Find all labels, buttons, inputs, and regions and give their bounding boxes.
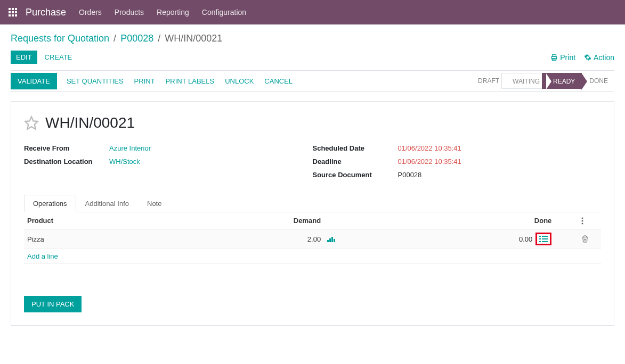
breadcrumb-parent[interactable]: P00028 xyxy=(120,33,153,44)
svg-rect-16 xyxy=(327,240,329,242)
print-button[interactable]: PRINT xyxy=(134,77,155,85)
put-in-pack-button[interactable]: PUT IN PACK xyxy=(24,296,82,312)
svg-point-14 xyxy=(581,220,583,221)
svg-rect-5 xyxy=(15,11,17,13)
print-action[interactable]: Print xyxy=(550,53,575,62)
destination-label: Destination Location xyxy=(24,158,109,166)
svg-rect-17 xyxy=(329,238,331,242)
svg-rect-1 xyxy=(12,8,14,10)
cell-done: 0.00 xyxy=(519,235,532,243)
svg-rect-4 xyxy=(12,11,14,13)
cell-product: Pizza xyxy=(24,229,266,249)
unlock-button[interactable]: UNLOCK xyxy=(225,77,254,85)
svg-rect-19 xyxy=(334,239,335,242)
deadline-value: 01/06/2022 10:35:41 xyxy=(398,158,461,166)
stage-draft[interactable]: DRAFT xyxy=(472,73,506,89)
table-row[interactable]: Pizza 2.00 0.00 xyxy=(24,229,601,249)
nav-reporting[interactable]: Reporting xyxy=(157,8,189,16)
delete-row-icon[interactable] xyxy=(581,235,598,243)
cancel-button[interactable]: CANCEL xyxy=(264,77,293,85)
col-done: Done xyxy=(347,212,555,229)
svg-marker-12 xyxy=(25,117,37,129)
create-button[interactable]: CREATE xyxy=(39,51,78,64)
nav-configuration[interactable]: Configuration xyxy=(202,8,246,16)
svg-rect-8 xyxy=(15,14,17,16)
deadline-label: Deadline xyxy=(313,158,398,166)
col-demand: Demand xyxy=(266,212,324,229)
svg-rect-6 xyxy=(9,14,11,16)
set-quantities-button[interactable]: SET QUANTITIES xyxy=(67,77,124,85)
svg-rect-18 xyxy=(331,237,333,242)
nav-products[interactable]: Products xyxy=(115,8,144,16)
tab-operations[interactable]: Operations xyxy=(24,195,76,212)
page-title: WH/IN/00021 xyxy=(45,114,135,131)
print-labels-button[interactable]: PRINT LABELS xyxy=(166,77,215,85)
tab-additional-info[interactable]: Additional Info xyxy=(76,195,138,212)
breadcrumb-separator: / xyxy=(158,33,160,44)
nav-orders[interactable]: Orders xyxy=(79,8,102,16)
svg-point-15 xyxy=(581,222,583,224)
scheduled-date-value: 01/06/2022 10:35:41 xyxy=(398,144,461,152)
action-row: EDIT CREATE Print Action xyxy=(11,51,614,64)
breadcrumb-separator: / xyxy=(113,33,116,44)
tabs: Operations Additional Info Note xyxy=(24,195,601,212)
app-brand[interactable]: Purchase xyxy=(26,7,66,18)
svg-rect-0 xyxy=(9,8,11,10)
action-dropdown[interactable]: Action xyxy=(584,53,614,62)
operations-table: Product Demand Done Pizza 2.00 xyxy=(24,212,601,264)
validate-button[interactable]: VALIDATE xyxy=(11,73,57,89)
scheduled-date-label: Scheduled Date xyxy=(313,144,398,152)
svg-point-13 xyxy=(581,217,583,219)
favorite-star-icon[interactable] xyxy=(24,115,39,130)
breadcrumb: Requests for Quotation / P00028 / WH/IN/… xyxy=(11,33,614,44)
cell-demand: 2.00 xyxy=(266,229,324,249)
source-document-value: P00028 xyxy=(398,171,422,179)
status-bar: VALIDATE SET QUANTITIES PRINT PRINT LABE… xyxy=(11,70,614,92)
breadcrumb-root[interactable]: Requests for Quotation xyxy=(11,33,109,44)
add-line-button[interactable]: Add a line xyxy=(24,249,601,264)
receive-from-label: Receive From xyxy=(24,144,109,152)
column-options-icon[interactable] xyxy=(581,217,598,225)
breadcrumb-current: WH/IN/00021 xyxy=(165,33,222,44)
apps-icon[interactable] xyxy=(9,8,17,16)
gear-icon xyxy=(584,54,591,61)
svg-rect-2 xyxy=(15,8,17,10)
print-label: Print xyxy=(560,53,575,62)
forecast-icon[interactable] xyxy=(327,236,344,242)
col-product: Product xyxy=(24,212,266,229)
detailed-operations-icon[interactable] xyxy=(535,233,551,245)
print-icon xyxy=(550,54,558,61)
destination-value[interactable]: WH/Stock xyxy=(109,158,140,166)
edit-button[interactable]: EDIT xyxy=(11,51,37,64)
svg-rect-3 xyxy=(9,11,11,13)
source-document-label: Source Document xyxy=(313,171,398,179)
action-label: Action xyxy=(594,53,614,62)
form-sheet: WH/IN/00021 Receive From Azure Interior … xyxy=(11,101,614,326)
svg-rect-7 xyxy=(12,14,14,16)
receive-from-value[interactable]: Azure Interior xyxy=(109,144,151,152)
status-stages: DRAFT WAITING READY DONE xyxy=(476,71,614,91)
top-navbar: Purchase Orders Products Reporting Confi… xyxy=(0,0,625,24)
tab-note[interactable]: Note xyxy=(138,195,171,212)
